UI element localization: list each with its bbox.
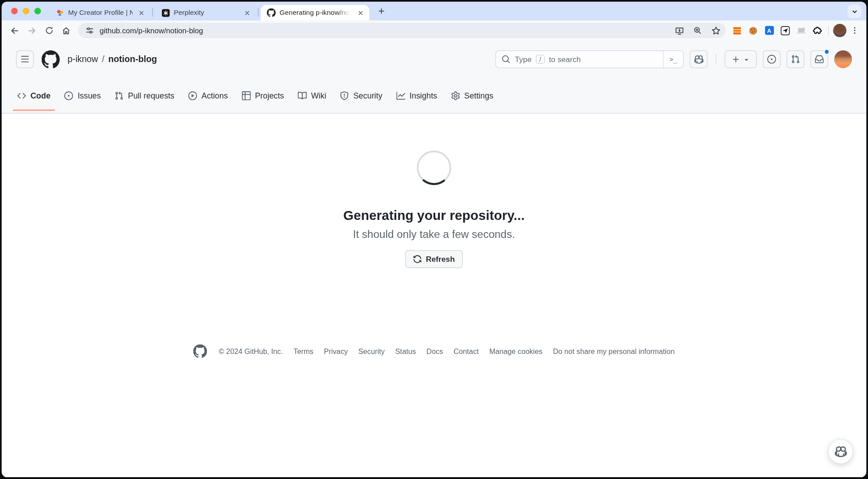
header-actions: Type / to search >_ bbox=[496, 50, 852, 68]
tab-wiki[interactable]: Wiki bbox=[293, 78, 331, 113]
tab-title: Generating p-iknow/notion-bl bbox=[280, 9, 352, 17]
tab-title: My Creator Profile | Notion bbox=[68, 9, 133, 17]
graph-icon bbox=[396, 91, 405, 100]
copilot-button[interactable] bbox=[690, 50, 707, 68]
bookmark-star-icon[interactable] bbox=[709, 24, 723, 37]
close-tab-icon[interactable] bbox=[242, 8, 252, 18]
loading-spinner bbox=[416, 150, 452, 186]
footer-link-terms[interactable]: Terms bbox=[294, 347, 313, 355]
header-separator bbox=[716, 54, 716, 64]
new-tab-button[interactable] bbox=[374, 4, 389, 18]
footer-link-privacy[interactable]: Privacy bbox=[324, 347, 348, 355]
footer-link-docs[interactable]: Docs bbox=[426, 347, 443, 355]
plus-icon bbox=[732, 55, 740, 63]
page-title: Generating your repository... bbox=[343, 208, 524, 223]
gear-icon bbox=[451, 91, 460, 100]
issue-opened-icon bbox=[64, 91, 73, 100]
github-page: p-iknow / notion-blog Type / to search >… bbox=[2, 40, 867, 477]
browser-profile-avatar[interactable] bbox=[832, 23, 847, 38]
tab-insights[interactable]: Insights bbox=[392, 78, 442, 113]
search-input[interactable]: Type / to search >_ bbox=[496, 50, 684, 68]
tab-notion[interactable]: My Creator Profile | Notion bbox=[49, 5, 150, 20]
caret-down-icon bbox=[743, 56, 750, 63]
issues-button[interactable] bbox=[763, 50, 780, 68]
search-icon bbox=[501, 55, 510, 64]
breadcrumb-repo-link[interactable]: notion-blog bbox=[108, 54, 157, 64]
site-settings-icon[interactable] bbox=[85, 24, 94, 37]
url-text: github.com/p-iknow/notion-blog bbox=[100, 26, 668, 34]
tab-settings[interactable]: Settings bbox=[447, 78, 498, 113]
forward-icon[interactable] bbox=[24, 22, 40, 39]
minimize-window-button[interactable] bbox=[22, 8, 29, 14]
footer-link-manage-cookies[interactable]: Manage cookies bbox=[489, 347, 542, 355]
extension-send-icon[interactable] bbox=[778, 23, 792, 38]
breadcrumb-owner-link[interactable]: p-iknow bbox=[67, 54, 98, 64]
extensions-puzzle-icon[interactable] bbox=[810, 23, 825, 38]
repo-nav: Code Issues Pull requests Actions Projec… bbox=[2, 78, 867, 114]
address-bar[interactable]: github.com/p-iknow/notion-blog bbox=[78, 22, 726, 38]
code-icon bbox=[17, 91, 26, 100]
book-icon bbox=[298, 91, 307, 100]
user-avatar[interactable] bbox=[834, 50, 852, 68]
home-icon[interactable] bbox=[58, 22, 74, 39]
search-placeholder-prefix: Type bbox=[515, 55, 532, 64]
inbox-button[interactable] bbox=[810, 50, 828, 68]
tab-strip: My Creator Profile | Notion Perplexity G… bbox=[2, 2, 867, 21]
tab-projects[interactable]: Projects bbox=[237, 78, 289, 113]
footer-link-contact[interactable]: Contact bbox=[454, 347, 479, 355]
footer-link-status[interactable]: Status bbox=[395, 347, 416, 355]
refresh-button[interactable]: Refresh bbox=[406, 250, 463, 268]
browser-window-scaler: My Creator Profile | Notion Perplexity G… bbox=[0, 0, 868, 479]
slash-keycap: / bbox=[536, 55, 545, 64]
tab-actions[interactable]: Actions bbox=[184, 78, 233, 113]
sync-icon bbox=[413, 255, 422, 264]
command-palette-button[interactable]: >_ bbox=[663, 51, 683, 67]
extension-cookie-icon[interactable] bbox=[746, 23, 761, 38]
search-placeholder-suffix: to search bbox=[549, 55, 581, 64]
footer-github-logo[interactable] bbox=[193, 345, 207, 358]
global-nav-menu-button[interactable] bbox=[16, 50, 34, 68]
back-icon[interactable] bbox=[7, 22, 23, 39]
breadcrumb-separator: / bbox=[102, 54, 104, 64]
toolbar-separator bbox=[828, 26, 828, 36]
copilot-icon bbox=[835, 445, 847, 457]
maximize-window-button[interactable] bbox=[34, 8, 41, 14]
footer-copyright: © 2024 GitHub, Inc. bbox=[219, 347, 283, 355]
footer-link-security[interactable]: Security bbox=[358, 347, 385, 355]
extension-orange-list-icon[interactable] bbox=[729, 23, 744, 38]
notion-favicon-icon bbox=[55, 8, 64, 17]
tab-separator bbox=[152, 8, 152, 16]
tab-github-active[interactable]: Generating p-iknow/notion-bl bbox=[261, 5, 369, 20]
github-logo[interactable] bbox=[41, 50, 60, 68]
blankslate: Generating your repository... It should … bbox=[2, 113, 867, 268]
tab-title: Perplexity bbox=[174, 9, 238, 17]
browser-toolbar: github.com/p-iknow/notion-blog A bbox=[2, 21, 867, 40]
extension-translate-icon[interactable]: A bbox=[762, 23, 777, 38]
shield-icon bbox=[340, 91, 349, 100]
tab-search-button[interactable] bbox=[847, 4, 861, 18]
tab-issues[interactable]: Issues bbox=[60, 78, 105, 113]
extension-laptop-icon[interactable] bbox=[794, 23, 809, 38]
pull-requests-button[interactable] bbox=[787, 50, 804, 68]
tab-security[interactable]: Security bbox=[336, 78, 387, 113]
close-window-button[interactable] bbox=[11, 8, 18, 14]
github-footer: © 2024 GitHub, Inc. Terms Privacy Securi… bbox=[2, 345, 867, 358]
copilot-floating-button[interactable] bbox=[828, 439, 853, 464]
close-tab-icon[interactable] bbox=[137, 8, 146, 18]
browser-menu-icon[interactable] bbox=[848, 22, 862, 39]
zoom-level-icon[interactable] bbox=[691, 24, 704, 37]
tab-code[interactable]: Code bbox=[13, 78, 55, 113]
tab-pull-requests[interactable]: Pull requests bbox=[110, 78, 179, 113]
notification-dot bbox=[824, 49, 830, 55]
play-icon bbox=[188, 91, 197, 100]
tab-separator bbox=[258, 8, 259, 16]
reload-icon[interactable] bbox=[41, 22, 57, 39]
close-tab-icon[interactable] bbox=[356, 8, 365, 18]
tab-perplexity[interactable]: Perplexity bbox=[155, 5, 256, 20]
perplexity-favicon-icon bbox=[161, 8, 170, 17]
create-new-button[interactable] bbox=[725, 50, 756, 68]
window-controls bbox=[11, 8, 41, 14]
footer-link-do-not-share[interactable]: Do not share my personal information bbox=[553, 347, 675, 355]
install-app-icon[interactable] bbox=[672, 24, 686, 37]
github-favicon-icon bbox=[267, 8, 276, 17]
